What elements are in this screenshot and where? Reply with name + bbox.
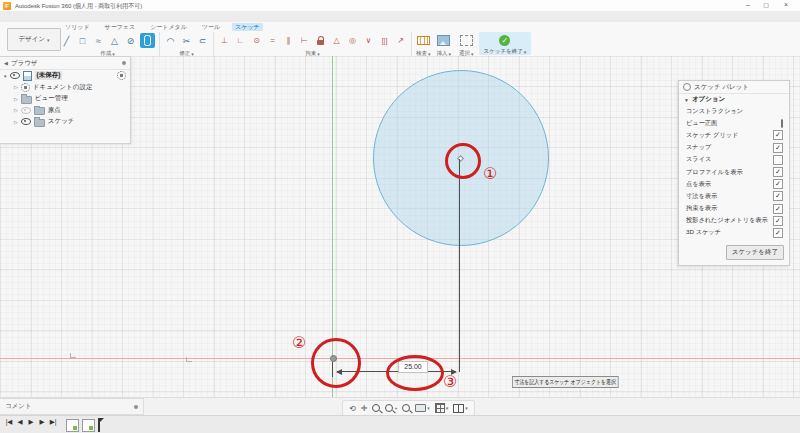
comment-bar[interactable]: コメント (0, 398, 144, 415)
tab-tools[interactable]: ツール (199, 23, 223, 31)
pan-icon[interactable]: ✛ (361, 404, 368, 413)
checkbox[interactable]: ✓ (773, 130, 783, 140)
palette-row-show-dimensions[interactable]: 寸法を表示 ✓ (679, 190, 789, 202)
constraint-equal-icon[interactable]: = (266, 33, 279, 48)
timeline-position-marker[interactable] (98, 418, 100, 432)
slot-tool-icon[interactable] (140, 33, 155, 48)
palette-row-snap[interactable]: スナップ ✓ (679, 142, 789, 154)
palette-finish-sketch-button[interactable]: スケッチを終了 (726, 245, 784, 260)
folder-icon (21, 96, 32, 104)
browser-root-row[interactable]: ▾ (未保存) (0, 70, 130, 82)
constraint-perpendicular-icon[interactable]: ⊢ (298, 33, 311, 48)
display-settings-icon[interactable]: ▾ (415, 404, 430, 412)
browser-item-origin[interactable]: ▷ 原点 (0, 105, 130, 117)
section-expand-icon[interactable]: ▼ (684, 97, 689, 103)
chevron-down-icon: ▾ (427, 405, 430, 411)
orbit-icon[interactable]: ⟲ (349, 404, 356, 413)
palette-row-show-projected[interactable]: 投影されたジオメトリを表示 ✓ (679, 215, 789, 227)
offset-tool-icon[interactable]: ⊂ (196, 33, 209, 48)
palette-row-slice[interactable]: スライス (679, 154, 789, 166)
palette-row-show-constraints[interactable]: 拘束を表示 ✓ (679, 203, 789, 215)
timeline-step-forward-button[interactable]: ▶ (37, 418, 47, 426)
select-tool-icon[interactable] (460, 33, 473, 48)
constraint-parallel-icon[interactable]: ∥ (282, 33, 295, 48)
restore-button[interactable]: ▢ (758, 0, 774, 10)
minimize-button[interactable]: – (740, 0, 756, 10)
viewports-icon[interactable]: ▾ (453, 404, 468, 413)
timeline-play-button[interactable]: ▶ (26, 418, 36, 426)
palette-row-construction[interactable]: コンストラクション (679, 105, 789, 117)
visibility-eye-icon[interactable] (10, 72, 20, 79)
visibility-eye-icon[interactable] (21, 118, 31, 125)
polygon-tool-icon[interactable]: △ (108, 33, 121, 48)
gear-icon[interactable] (117, 71, 126, 80)
fit-icon[interactable] (402, 404, 410, 412)
constraint-midpoint-icon[interactable]: △ (330, 33, 343, 48)
slot-glyph (144, 35, 151, 46)
constraint-symmetry-icon[interactable]: [|] (378, 33, 391, 48)
palette-options-section[interactable]: ▼ オプション (679, 94, 789, 105)
checkbox[interactable]: ✓ (773, 228, 783, 238)
timeline-feature-sketch-1[interactable] (66, 419, 79, 432)
image-icon (437, 35, 450, 46)
magnifier-glyph (372, 404, 380, 412)
checkbox[interactable]: ✓ (773, 204, 783, 214)
window-zoom-icon[interactable]: + (385, 404, 397, 412)
finish-sketch-button[interactable]: ✓ スケッチを終了▾ (479, 32, 532, 55)
tab-sheetmetal[interactable]: シートメタル (147, 23, 190, 31)
checkbox[interactable] (773, 155, 783, 165)
constraint-collinear-icon[interactable]: ∨ (362, 33, 375, 48)
design-workspace-dropdown[interactable]: デザイン ▾ (7, 28, 61, 51)
trim-tool-icon[interactable]: ✂ (180, 33, 193, 48)
browser-item-document-settings[interactable]: ▷ ドキュメントの設定 (0, 82, 130, 94)
palette-row-show-points[interactable]: 点を表示 ✓ (679, 178, 789, 190)
browser-item-views[interactable]: ▷ ビュー管理 (0, 93, 130, 105)
palette-row-sketch-grid[interactable]: スケッチ グリッド ✓ (679, 129, 789, 141)
browser-header[interactable]: ◀ ブラウザ (0, 57, 130, 70)
measure-tool-icon[interactable] (417, 33, 430, 48)
expand-icon[interactable]: ▾ (4, 73, 7, 79)
checkbox[interactable]: ✓ (773, 179, 783, 189)
palette-header[interactable]: スケッチ パレット (679, 81, 789, 94)
look-at-icon[interactable] (781, 120, 783, 127)
tab-solid[interactable]: ソリッド (62, 23, 93, 31)
insert-image-tool-icon[interactable] (437, 33, 450, 48)
checkbox[interactable]: ✓ (773, 143, 783, 153)
close-button[interactable]: × (778, 0, 794, 10)
palette-row-show-profile[interactable]: プロファイルを表示 ✓ (679, 166, 789, 178)
sketch-vertical-line[interactable] (459, 159, 460, 372)
line-tool-icon[interactable]: ╱ (60, 33, 73, 48)
collapse-left-icon[interactable]: ◀ (4, 60, 8, 66)
expand-icon[interactable]: ▷ (14, 84, 18, 90)
rectangle-tool-icon[interactable]: □ (76, 33, 89, 48)
tab-surface[interactable]: サーフェス (102, 23, 139, 31)
expand-icon[interactable]: ▷ (14, 119, 18, 125)
spline-tool-icon[interactable]: ≈ (92, 33, 105, 48)
visibility-eye-off-icon[interactable] (21, 107, 31, 114)
timeline-step-back-button[interactable]: ◀ (15, 418, 25, 426)
checkbox[interactable]: ✓ (773, 191, 783, 201)
checkbox[interactable]: ✓ (773, 167, 783, 177)
browser-item-sketches[interactable]: ▷ スケッチ (0, 116, 130, 128)
palette-row-3d-sketch[interactable]: 3D スケッチ ✓ (679, 227, 789, 239)
constraint-tangent-icon[interactable]: ⊙ (250, 33, 263, 48)
constraint-horizontal-vertical-icon[interactable]: ⊥ (218, 33, 231, 48)
constraint-fix-icon[interactable] (314, 33, 327, 48)
fillet-tool-icon[interactable]: ◠ (164, 33, 177, 48)
circle-tool-icon[interactable]: ⊘ (124, 33, 137, 48)
expand-icon[interactable]: ▷ (14, 96, 18, 102)
timeline-go-to-end-button[interactable]: ▶| (48, 418, 58, 426)
checkbox[interactable]: ✓ (773, 216, 783, 226)
expand-icon[interactable]: ▷ (14, 107, 18, 113)
constraint-coincident-icon[interactable]: ∟ (234, 33, 247, 48)
zoom-icon[interactable] (372, 404, 380, 412)
ribbon-groups: ╱ □ ≈ △ ⊘ 作成▾ ◠ ✂ ⊂ 修正▾ (60, 32, 531, 58)
browser-panel: ◀ ブラウザ ▾ (未保存) ▷ ドキュメントの設定 ▷ ビュー管理 ▷ 原点 (0, 56, 131, 144)
tab-sketch[interactable]: スケッチ (232, 23, 263, 31)
timeline-go-to-start-button[interactable]: |◀ (4, 418, 14, 426)
constraint-curvature-icon[interactable]: ↗ (394, 33, 407, 48)
palette-row-look-at[interactable]: ビュー正面 (679, 117, 789, 129)
grid-settings-icon[interactable]: ▾ (435, 403, 449, 413)
constraint-concentric-icon[interactable]: ◎ (346, 33, 359, 48)
timeline-feature-sketch-2[interactable] (82, 419, 95, 432)
